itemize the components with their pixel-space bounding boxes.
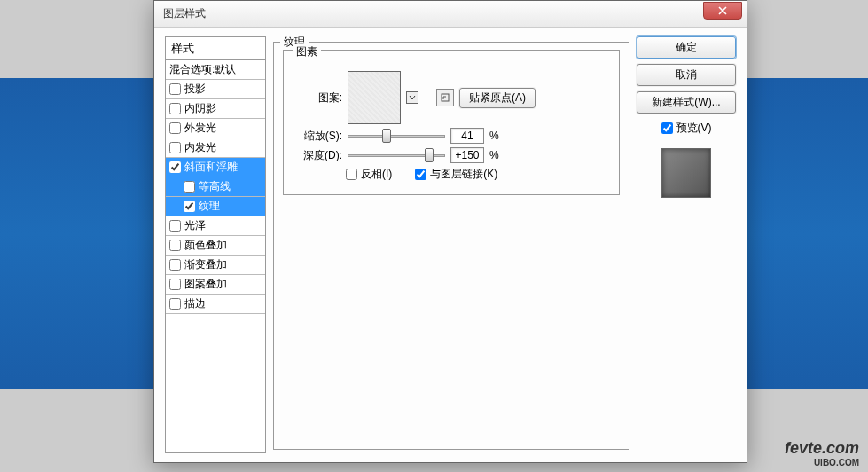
scale-label: 缩放(S):	[293, 129, 342, 144]
style-item-texture[interactable]: 纹理	[166, 197, 265, 216]
texture-label: 纹理	[199, 199, 220, 214]
checkbox-inner-shadow[interactable]	[169, 103, 181, 114]
gradient-overlay-label: 渐变叠加	[184, 257, 227, 272]
blend-options-label: 混合选项:默认	[169, 62, 236, 77]
style-item-stroke[interactable]: 描边	[166, 295, 265, 314]
depth-slider[interactable]	[348, 154, 445, 157]
style-item-bevel-emboss[interactable]: 斜面和浮雕	[166, 158, 265, 177]
checkbox-stroke[interactable]	[169, 298, 181, 310]
style-item-contour[interactable]: 等高线	[166, 177, 265, 197]
checkbox-preview[interactable]	[661, 122, 673, 134]
pattern-dropdown[interactable]	[406, 91, 418, 104]
pattern-label: 图案:	[293, 90, 342, 106]
new-preset-button[interactable]	[436, 89, 454, 106]
ok-button[interactable]: 确定	[637, 36, 736, 59]
checkbox-drop-shadow[interactable]	[169, 83, 181, 95]
scale-unit: %	[489, 130, 499, 142]
pattern-swatch[interactable]	[348, 71, 401, 124]
checkbox-inner-glow[interactable]	[169, 142, 181, 153]
new-style-button[interactable]: 新建样式(W)...	[637, 91, 736, 114]
inner-shadow-label: 内阴影	[184, 101, 216, 116]
element-group-label: 图素	[293, 44, 321, 59]
checkbox-pattern-overlay[interactable]	[169, 279, 181, 290]
pattern-overlay-label: 图案叠加	[184, 277, 227, 292]
layer-style-dialog: 图层样式 样式 混合选项:默认 投影 内阴影	[153, 0, 747, 463]
color-overlay-label: 颜色叠加	[184, 238, 227, 253]
dialog-title: 图层样式	[163, 6, 206, 21]
styles-header[interactable]: 样式	[166, 37, 265, 60]
checkbox-bevel-emboss[interactable]	[169, 161, 181, 173]
close-icon	[718, 6, 727, 15]
scale-slider-thumb[interactable]	[382, 129, 391, 143]
new-preset-icon	[440, 92, 450, 103]
right-button-panel: 确定 取消 新建样式(W)... 预览(V)	[637, 36, 736, 444]
svg-rect-0	[442, 94, 449, 101]
link-layer-label: 与图层链接(K)	[430, 167, 497, 182]
watermark: fevte.com UiBO.COM	[785, 439, 859, 468]
satin-label: 光泽	[184, 218, 206, 233]
checkbox-texture[interactable]	[184, 201, 195, 212]
snap-origin-button[interactable]: 贴紧原点(A)	[459, 88, 536, 108]
depth-label: 深度(D):	[293, 148, 342, 163]
contour-label: 等高线	[199, 179, 231, 194]
invert-label: 反相(I)	[361, 167, 392, 182]
style-item-drop-shadow[interactable]: 投影	[166, 80, 265, 99]
style-item-inner-shadow[interactable]: 内阴影	[166, 99, 265, 119]
style-item-satin[interactable]: 光泽	[166, 216, 265, 236]
scale-input[interactable]	[450, 128, 484, 144]
depth-input[interactable]	[450, 147, 484, 163]
style-item-inner-glow[interactable]: 内发光	[166, 138, 265, 158]
checkbox-contour[interactable]	[184, 181, 195, 193]
preview-label: 预览(V)	[676, 121, 712, 136]
inner-glow-label: 内发光	[184, 140, 216, 155]
checkbox-link-layer[interactable]	[415, 169, 426, 180]
depth-slider-thumb[interactable]	[425, 148, 434, 162]
preview-thumbnail	[661, 148, 711, 198]
checkbox-invert[interactable]	[346, 169, 357, 180]
depth-unit: %	[489, 149, 499, 161]
checkbox-color-overlay[interactable]	[169, 240, 181, 251]
chevron-down-icon	[409, 95, 416, 100]
scale-slider[interactable]	[348, 135, 445, 138]
checkbox-outer-glow[interactable]	[169, 122, 181, 134]
titlebar[interactable]: 图层样式	[154, 1, 747, 28]
stroke-label: 描边	[184, 296, 206, 311]
close-button[interactable]	[703, 2, 742, 20]
cancel-button[interactable]: 取消	[637, 64, 736, 86]
style-item-outer-glow[interactable]: 外发光	[166, 119, 265, 138]
style-item-blend-options[interactable]: 混合选项:默认	[166, 60, 265, 80]
style-item-gradient-overlay[interactable]: 渐变叠加	[166, 256, 265, 275]
style-item-color-overlay[interactable]: 颜色叠加	[166, 236, 265, 256]
drop-shadow-label: 投影	[184, 82, 206, 97]
bevel-emboss-label: 斜面和浮雕	[184, 160, 238, 175]
outer-glow-label: 外发光	[184, 121, 216, 136]
texture-settings-panel: 纹理 图素 图案:	[273, 36, 629, 444]
checkbox-gradient-overlay[interactable]	[169, 259, 181, 271]
styles-list-panel: 样式 混合选项:默认 投影 内阴影 外发光	[165, 36, 266, 453]
checkbox-satin[interactable]	[169, 220, 181, 232]
style-item-pattern-overlay[interactable]: 图案叠加	[166, 275, 265, 295]
